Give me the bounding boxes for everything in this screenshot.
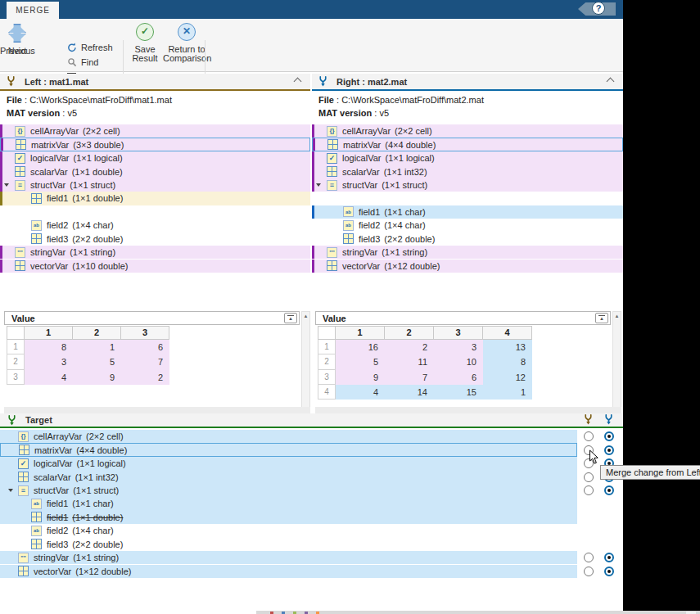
merge-right-radio[interactable]: [604, 485, 614, 495]
tree-row[interactable]: {}cellArrayVar(2×2 cell): [312, 124, 623, 138]
tree-row[interactable]: ≡structVar(1×1 struct): [312, 178, 623, 192]
left-value-scrollbar[interactable]: ▲ ▼: [301, 311, 310, 413]
column-header[interactable]: 2: [73, 326, 121, 340]
tree-row[interactable]: ""stringVar(1×1 string): [0, 551, 577, 564]
expand-arrow-icon[interactable]: [8, 489, 13, 492]
tree-row[interactable]: ✓logicalVar(1×1 logical): [0, 151, 310, 165]
table-cell[interactable]: 3: [434, 340, 483, 354]
table-cell[interactable]: 3: [25, 354, 73, 369]
expand-arrow-icon[interactable]: [316, 183, 321, 187]
tree-row[interactable]: abfield1(1×1 char): [0, 497, 577, 510]
tree-row[interactable]: ""stringVar(1×1 string): [0, 246, 310, 259]
table-cell[interactable]: 6: [434, 370, 483, 385]
row-header[interactable]: 3: [7, 370, 25, 385]
tree-row[interactable]: ""stringVar(1×1 string): [312, 246, 623, 259]
table-cell[interactable]: 8: [25, 340, 73, 354]
save-result-button[interactable]: ✓ Save Result: [128, 22, 162, 63]
row-header[interactable]: 3: [318, 370, 336, 385]
merge-right-radio[interactable]: [604, 553, 614, 562]
find-button[interactable]: Find: [67, 56, 98, 69]
help-icon[interactable]: ?: [592, 2, 605, 15]
merge-right-radio[interactable]: [604, 445, 614, 455]
row-header[interactable]: 1: [7, 340, 25, 354]
refresh-button[interactable]: Refresh: [67, 41, 113, 54]
collapse-chevron-icon[interactable]: [294, 78, 302, 86]
return-to-comparison-button[interactable]: ✕ Return to Comparison: [163, 22, 210, 63]
table-cell[interactable]: 15: [434, 385, 483, 400]
tree-row[interactable]: field1(1×1 double): [0, 511, 577, 524]
merge-left-radio[interactable]: [584, 485, 594, 495]
table-cell[interactable]: 9: [73, 370, 121, 385]
tree-row[interactable]: matrixVar(4×4 double): [312, 138, 623, 151]
column-header[interactable]: 4: [483, 326, 532, 340]
tree-row[interactable]: vectorVar(1×12 double): [312, 260, 623, 273]
scroll-up-icon[interactable]: ▲: [613, 314, 621, 318]
tree-row[interactable]: scalarVar(1×1 int32): [0, 470, 577, 483]
right-horizontal-scrollbar[interactable]: [315, 407, 621, 413]
tree-row[interactable]: matrixVar(3×3 double): [0, 138, 310, 151]
expand-arrow-icon[interactable]: [4, 183, 9, 187]
table-cell[interactable]: 6: [121, 340, 169, 354]
next-button[interactable]: Next: [0, 22, 34, 68]
tree-row[interactable]: ≡structVar(1×1 struct): [0, 484, 577, 497]
row-header[interactable]: 2: [318, 354, 336, 369]
left-horizontal-scrollbar[interactable]: [4, 407, 310, 413]
column-header[interactable]: 1: [25, 326, 73, 340]
table-cell[interactable]: 9: [336, 370, 385, 385]
merge-left-radio[interactable]: [584, 553, 594, 562]
tree-row[interactable]: scalarVar(1×1 int32): [312, 165, 623, 178]
table-corner-cell[interactable]: [7, 326, 25, 340]
row-header[interactable]: 4: [318, 385, 336, 400]
tree-row[interactable]: vectorVar(1×12 double): [0, 565, 577, 578]
scroll-up-icon[interactable]: ▲: [302, 314, 309, 318]
column-header[interactable]: 3: [121, 326, 169, 340]
tree-row[interactable]: ≡structVar(1×1 struct): [0, 178, 310, 192]
tree-row[interactable]: ✓logicalVar(1×1 logical): [312, 151, 623, 165]
collapse-pane-icon[interactable]: ▲: [595, 313, 608, 323]
collapse-pane-icon[interactable]: ▲: [284, 313, 297, 323]
tree-row[interactable]: scalarVar(1×1 double): [0, 165, 310, 178]
table-cell[interactable]: 1: [483, 385, 532, 400]
column-header[interactable]: 1: [336, 326, 385, 340]
table-cell[interactable]: 10: [434, 354, 483, 369]
row-header[interactable]: 2: [7, 354, 25, 369]
merge-right-radio[interactable]: [604, 567, 614, 576]
merge-left-radio[interactable]: [584, 567, 594, 576]
tree-row[interactable]: field1(1×1 double): [0, 192, 310, 205]
merge-left-radio[interactable]: [584, 472, 594, 482]
tree-row[interactable]: abfield2(1×4 char): [312, 219, 623, 232]
merge-left-radio[interactable]: [584, 431, 594, 441]
table-corner-cell[interactable]: [318, 326, 336, 340]
table-cell[interactable]: 4: [25, 370, 73, 385]
table-cell[interactable]: 12: [483, 370, 532, 385]
table-cell[interactable]: 16: [336, 340, 385, 354]
table-cell[interactable]: 11: [385, 354, 434, 369]
row-header[interactable]: 1: [318, 340, 336, 354]
table-cell[interactable]: 8: [483, 354, 532, 369]
table-cell[interactable]: 7: [121, 354, 169, 369]
tree-row[interactable]: field3(2×2 double): [0, 233, 310, 246]
tab-merge[interactable]: MERGE: [7, 2, 59, 19]
tree-row[interactable]: vectorVar(1×10 double): [0, 260, 310, 273]
table-cell[interactable]: 7: [385, 370, 434, 385]
tree-row[interactable]: abfield2(1×4 char): [0, 524, 577, 537]
table-cell[interactable]: 2: [385, 340, 434, 354]
table-cell[interactable]: 5: [73, 354, 121, 369]
tree-row[interactable]: {}cellArrayVar(2×2 cell): [0, 430, 577, 443]
tree-row[interactable]: field3(2×2 double): [0, 538, 577, 551]
tree-row[interactable]: abfield2(1×4 char): [0, 219, 310, 232]
table-cell[interactable]: 2: [121, 370, 169, 385]
right-value-scrollbar[interactable]: ▲ ▼: [612, 311, 621, 413]
tree-row[interactable]: abfield1(1×1 char): [312, 205, 623, 219]
collapse-chevron-icon[interactable]: [607, 78, 615, 86]
table-cell[interactable]: 1: [73, 340, 121, 354]
tree-row[interactable]: ✓logicalVar(1×1 logical): [0, 457, 577, 470]
table-cell[interactable]: 13: [483, 340, 532, 354]
tree-row[interactable]: matrixVar(4×4 double): [0, 443, 577, 456]
table-cell[interactable]: 5: [336, 354, 385, 369]
column-header[interactable]: 3: [434, 326, 483, 340]
table-cell[interactable]: 14: [385, 385, 434, 400]
table-cell[interactable]: 4: [336, 385, 385, 400]
column-header[interactable]: 2: [385, 326, 434, 340]
tree-row[interactable]: {}cellArrayVar(2×2 cell): [0, 124, 310, 138]
